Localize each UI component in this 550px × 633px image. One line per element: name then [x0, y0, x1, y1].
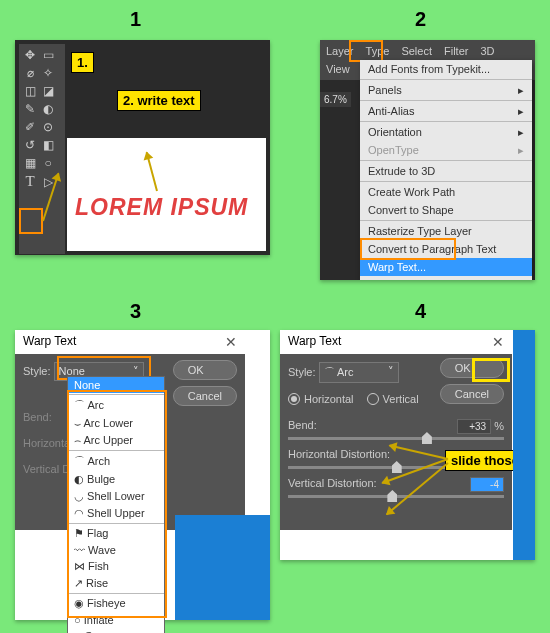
- lasso-tool-icon[interactable]: ⌀: [21, 64, 39, 82]
- slice-tool-icon[interactable]: ◪: [39, 82, 57, 100]
- panel-2: LayerTypeSelectFilter3DViewWind 6.7% Add…: [320, 40, 535, 280]
- desktop-bg-4: [513, 330, 535, 560]
- bend-slider[interactable]: [288, 437, 504, 440]
- canvas-text: LOREM IPSUM: [75, 194, 248, 221]
- vd-label: Vertical Distortion:: [288, 477, 377, 489]
- highlight-style-list: [67, 390, 167, 618]
- wand-tool-icon[interactable]: ✧: [39, 64, 57, 82]
- highlight-warp-text: [360, 238, 456, 260]
- zoom-label: 6.7%: [320, 92, 351, 107]
- menu-item[interactable]: Anti-Alias▸: [360, 102, 532, 120]
- dialog-title: Warp Text: [23, 334, 76, 350]
- menu-item-warp-text[interactable]: Warp Text...: [360, 258, 532, 276]
- cancel-button[interactable]: Cancel: [440, 384, 504, 404]
- type-tool-icon[interactable]: T: [21, 172, 39, 190]
- horizontal-radio[interactable]: Horizontal: [288, 393, 354, 405]
- menu-item[interactable]: Orientation▸: [360, 123, 532, 141]
- vd-value[interactable]: -4: [470, 477, 504, 492]
- canvas-text-2: M: [322, 244, 346, 276]
- crop-tool-icon[interactable]: ◫: [21, 82, 39, 100]
- panel-number-2: 2: [415, 8, 426, 31]
- heal-tool-icon[interactable]: ◐: [39, 100, 57, 118]
- bend-label: Bend:: [288, 419, 317, 431]
- highlight-type-tool: [19, 208, 43, 234]
- panel-3: Warp Text ✕ Style: None ˅ OK Cancel Bend…: [15, 330, 270, 620]
- panel-number-3: 3: [130, 300, 141, 323]
- history-tool-icon[interactable]: ↺: [21, 136, 39, 154]
- brush-tool-icon[interactable]: ✐: [21, 118, 39, 136]
- panel-4: Warp Text ✕ Style: ⌒ Arc ˅ OK Cancel Hor…: [280, 330, 535, 560]
- vd-slider[interactable]: [288, 495, 504, 498]
- menu-item[interactable]: OpenType▸: [360, 141, 532, 159]
- eraser-tool-icon[interactable]: ◧: [39, 136, 57, 154]
- menu-3d[interactable]: 3D: [474, 42, 500, 60]
- ok-button[interactable]: OK: [173, 360, 237, 380]
- marquee-tool-icon[interactable]: ▭: [39, 46, 57, 64]
- style-label: Style:: [288, 366, 316, 378]
- style-option[interactable]: ⧖ Squeeze: [68, 628, 164, 633]
- desktop-bg-3: [175, 515, 270, 620]
- highlight-ok: [472, 358, 510, 382]
- menu-item[interactable]: Create Work Path: [360, 183, 532, 201]
- canvas: LOREM IPSUM: [67, 138, 266, 251]
- dialog-titlebar: Warp Text ✕: [280, 330, 512, 354]
- menu-view[interactable]: View: [320, 60, 356, 78]
- panel-1: ✥▭ ⌀✧ ◫◪ ✎◐ ✐⊙ ↺◧ ▦○ T▷ LOREM IPSUM 1. 2…: [15, 40, 270, 255]
- stamp-tool-icon[interactable]: ⊙: [39, 118, 57, 136]
- menu-item[interactable]: Panels▸: [360, 81, 532, 99]
- close-icon[interactable]: ✕: [225, 334, 237, 350]
- menu-filter[interactable]: Filter: [438, 42, 474, 60]
- callout-2: 2. write text: [117, 90, 201, 111]
- highlight-type-menu: [349, 40, 383, 62]
- eyedropper-tool-icon[interactable]: ✎: [21, 100, 39, 118]
- menu-item[interactable]: Add Fonts from Typekit...: [360, 60, 532, 78]
- bend-value[interactable]: +33: [457, 419, 491, 434]
- dialog-title: Warp Text: [288, 334, 341, 350]
- menu-item[interactable]: Extrude to 3D: [360, 162, 532, 180]
- close-icon[interactable]: ✕: [492, 334, 504, 350]
- cancel-button[interactable]: Cancel: [173, 386, 237, 406]
- style-label: Style:: [23, 365, 51, 377]
- dialog-titlebar: Warp Text ✕: [15, 330, 245, 354]
- menu-item[interactable]: Match Font...: [360, 276, 532, 280]
- vertical-radio[interactable]: Vertical: [367, 393, 419, 405]
- callout-1: 1.: [71, 52, 94, 73]
- menu-select[interactable]: Select: [395, 42, 438, 60]
- move-tool-icon[interactable]: ✥: [21, 46, 39, 64]
- hd-label: Horizontal Distortion:: [288, 448, 390, 460]
- gradient-tool-icon[interactable]: ▦: [21, 154, 39, 172]
- panel-number-4: 4: [415, 300, 426, 323]
- menu-item[interactable]: Convert to Shape: [360, 201, 532, 219]
- panel-number-1: 1: [130, 8, 141, 31]
- style-dropdown[interactable]: ⌒ Arc ˅: [319, 362, 399, 383]
